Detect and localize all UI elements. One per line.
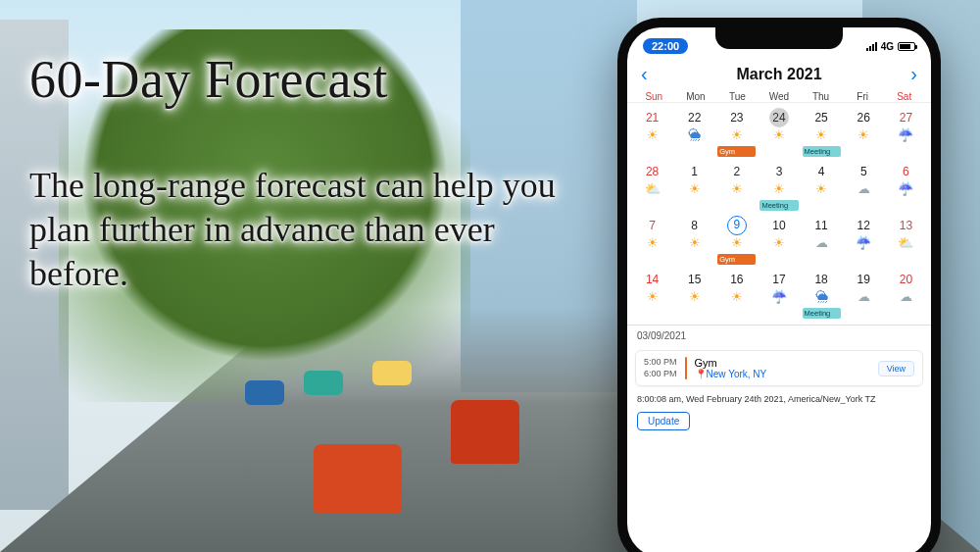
- rain-icon: ☔: [885, 182, 927, 195]
- update-button[interactable]: Update: [637, 412, 690, 430]
- day-cell[interactable]: 25☀Meeting: [801, 105, 843, 159]
- day-number: 9: [727, 216, 747, 235]
- day-number: 8: [685, 216, 705, 235]
- day-number: 26: [854, 108, 873, 127]
- day-number: 25: [811, 108, 831, 127]
- sun-icon: ☀: [715, 290, 758, 303]
- weekday-label: Tue: [716, 91, 759, 102]
- marketing-copy: 60-Day Forecast The long-range forecast …: [29, 49, 578, 296]
- next-month-button[interactable]: ›: [910, 63, 917, 85]
- day-cell[interactable]: 8☀: [673, 213, 715, 267]
- cloud-icon: ☁: [843, 182, 885, 195]
- day-number: 24: [769, 108, 789, 127]
- day-cell[interactable]: 21☀: [631, 105, 673, 159]
- day-number: 3: [769, 162, 789, 181]
- pin-icon: 📍: [695, 369, 707, 379]
- day-number: 13: [896, 216, 915, 235]
- calendar-nav: ‹ March 2021 ›: [627, 59, 931, 91]
- event-color-bar: [685, 357, 687, 379]
- status-time: 22:00: [643, 38, 688, 54]
- prev-month-button[interactable]: ‹: [641, 63, 648, 85]
- view-button[interactable]: View: [878, 361, 914, 376]
- sun-icon: ☀: [673, 290, 715, 303]
- weekday-header: SunMonTueWedThuFriSat: [627, 91, 931, 103]
- day-number: 10: [769, 216, 789, 235]
- weekday-label: Wed: [759, 91, 801, 102]
- sun-icon: ☀: [673, 236, 715, 249]
- day-number: 12: [854, 216, 873, 235]
- clock-line: 8:00:08 am, Wed February 24th 2021, Amer…: [627, 390, 931, 408]
- day-cell[interactable]: 22🌦: [673, 105, 715, 159]
- headline: 60-Day Forecast: [29, 49, 578, 110]
- event-tag: Meeting: [803, 146, 841, 157]
- cloud-icon: ☁: [885, 290, 927, 303]
- sun-icon: ☀: [715, 128, 758, 141]
- sun-icon: ☀: [758, 128, 800, 141]
- weekday-label: Sun: [633, 91, 675, 102]
- sun-icon: ☀: [801, 182, 843, 195]
- day-cell[interactable]: 17☔: [758, 267, 800, 321]
- day-number: 28: [643, 162, 662, 181]
- day-cell[interactable]: 15☀: [673, 267, 715, 321]
- day-cell[interactable]: 26☀: [843, 105, 885, 159]
- subheadline: The long-range forecast can help you pla…: [29, 164, 578, 296]
- day-cell[interactable]: 6☔: [885, 159, 927, 213]
- day-cell[interactable]: 1☀: [673, 159, 715, 213]
- day-number: 14: [643, 270, 662, 289]
- network-label: 4G: [881, 41, 894, 52]
- weekday-label: Sat: [883, 91, 925, 102]
- event-tag: Meeting: [760, 200, 798, 211]
- sun-icon: ☀: [801, 128, 843, 141]
- cloud-icon: ☁: [843, 290, 885, 303]
- event-tag: Meeting: [803, 308, 841, 319]
- day-cell[interactable]: 23☀Gym: [715, 105, 758, 159]
- day-number: 20: [896, 270, 915, 289]
- day-cell[interactable]: 14☀: [631, 267, 673, 321]
- day-number: 17: [769, 270, 789, 289]
- weekday-label: Fri: [842, 91, 884, 102]
- day-cell[interactable]: 24☀: [758, 105, 800, 159]
- day-number: 1: [685, 162, 705, 181]
- sun-icon: ☀: [715, 182, 758, 195]
- month-title: March 2021: [736, 66, 821, 83]
- day-cell[interactable]: 28⛅: [631, 159, 673, 213]
- day-cell[interactable]: 12☔: [843, 213, 885, 267]
- day-cell[interactable]: 3☀Meeting: [758, 159, 800, 213]
- day-number: 6: [896, 162, 915, 181]
- day-number: 22: [685, 108, 705, 127]
- event-location: 📍New York, NY: [695, 369, 870, 379]
- day-cell[interactable]: 5☁: [843, 159, 885, 213]
- phone-mockup: 22:00 4G ‹ March 2021 › SunMonTueWedThuF…: [617, 18, 941, 552]
- sun-icon: ☀: [758, 236, 800, 249]
- day-cell[interactable]: 4☀: [801, 159, 843, 213]
- day-cell[interactable]: 16☀: [715, 267, 758, 321]
- sun-icon: ☀: [631, 290, 673, 303]
- event-card[interactable]: 5:00 PM 6:00 PM Gym 📍New York, NY View: [635, 350, 923, 386]
- day-cell[interactable]: 20☁: [885, 267, 927, 321]
- event-tag: Gym: [717, 146, 756, 157]
- weekday-label: Thu: [800, 91, 842, 102]
- day-cell[interactable]: 9☀Gym: [715, 213, 758, 267]
- day-cell[interactable]: 18🌦Meeting: [801, 267, 843, 321]
- day-cell[interactable]: 13⛅: [885, 213, 927, 267]
- event-times: 5:00 PM 6:00 PM: [644, 357, 677, 379]
- day-number: 19: [854, 270, 873, 289]
- day-cell[interactable]: 2☀: [715, 159, 758, 213]
- day-cell[interactable]: 19☁: [843, 267, 885, 321]
- day-cell[interactable]: 27☔: [885, 105, 927, 159]
- day-number: 21: [643, 108, 662, 127]
- day-number: 11: [811, 216, 831, 235]
- event-tag: Gym: [717, 254, 756, 265]
- rain-icon: ☔: [885, 128, 927, 141]
- day-cell[interactable]: 10☀: [758, 213, 800, 267]
- weekday-label: Mon: [675, 91, 717, 102]
- sun-icon: ☀: [673, 182, 715, 195]
- cloud-sun-icon: ⛅: [885, 236, 927, 249]
- day-number: 7: [643, 216, 662, 235]
- day-cell[interactable]: 7☀: [631, 213, 673, 267]
- day-number: 23: [727, 108, 747, 127]
- day-number: 4: [811, 162, 831, 181]
- day-cell[interactable]: 11☁: [801, 213, 843, 267]
- sun-icon: ☀: [631, 128, 673, 141]
- rain-sun-icon: 🌦: [673, 128, 715, 141]
